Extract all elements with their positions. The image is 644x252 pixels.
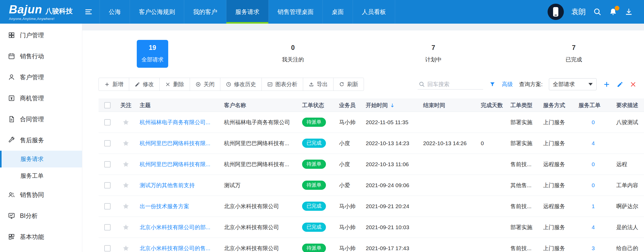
star-icon[interactable] bbox=[122, 161, 129, 168]
cell-service-method: 上门服务 bbox=[539, 112, 574, 133]
close-button[interactable]: 关闭 bbox=[190, 78, 220, 91]
sidebar-item-basic-functions[interactable]: 基本功能 bbox=[0, 226, 82, 247]
chart-analysis-button[interactable]: 图表分析 bbox=[261, 78, 303, 91]
notification-bell-icon[interactable] bbox=[609, 8, 617, 16]
column-header-select[interactable] bbox=[99, 99, 116, 112]
column-header-label: 工单状态 bbox=[302, 102, 324, 109]
table-row[interactable]: 杭州阿里巴巴网络科技有限...杭州阿里巴巴网络科技有...已完成小度2022-1… bbox=[99, 133, 644, 154]
cell-completed-days bbox=[477, 196, 506, 217]
stat-my-followed[interactable]: 0我关注的 bbox=[277, 40, 309, 68]
star-icon[interactable] bbox=[122, 203, 129, 210]
modify-history-button[interactable]: 修改历史 bbox=[220, 78, 262, 91]
service-orders-link[interactable]: 4 bbox=[592, 140, 595, 146]
subject-link[interactable]: 杭州阿里巴巴网络科技有限... bbox=[140, 161, 210, 168]
cell-select bbox=[99, 154, 116, 175]
status-badge: 待派单 bbox=[302, 181, 326, 190]
sidebar-item-contract[interactable]: 合同管理 bbox=[0, 109, 82, 130]
subject-link[interactable]: 北京小米科技有限公司的售... bbox=[140, 245, 210, 252]
star-icon[interactable] bbox=[122, 224, 129, 231]
basic-functions-icon bbox=[8, 233, 15, 240]
column-header-follow[interactable]: 关注 bbox=[116, 99, 135, 112]
star-icon[interactable] bbox=[122, 245, 129, 252]
service-orders-link[interactable]: 0 bbox=[592, 182, 595, 188]
service-orders-link[interactable]: 1 bbox=[592, 203, 595, 209]
row-checkbox[interactable] bbox=[104, 182, 111, 188]
sidebar-subitem-service-order[interactable]: 服务工单 bbox=[0, 167, 82, 184]
row-checkbox[interactable] bbox=[104, 140, 111, 146]
column-header-start-time[interactable]: 开始时间 bbox=[362, 99, 419, 112]
sidebar-item-sales-collab[interactable]: 销售协同 bbox=[0, 184, 82, 205]
sidebar-subitem-service-request[interactable]: 服务请求 bbox=[0, 151, 82, 167]
service-orders-link[interactable]: 0 bbox=[592, 119, 595, 125]
table-row[interactable]: 测试万的其他售前支持测试万待派单小爱2021-09-24 09:06其他售...… bbox=[99, 175, 644, 196]
column-header-subject[interactable]: 主题 bbox=[135, 99, 220, 112]
scheme-select[interactable]: 全部请求 bbox=[549, 78, 597, 90]
table-row[interactable]: 出一份技术服务方案北京小米科技有限公司已完成马小帅2021-09-21 20:2… bbox=[99, 196, 644, 217]
avatar[interactable] bbox=[548, 4, 564, 20]
add-scheme-icon[interactable] bbox=[603, 81, 610, 88]
table-row[interactable]: 杭州福林电子商务有限公司...杭州福林电子商务有限公司待派单马小帅2022-11… bbox=[99, 112, 644, 133]
row-checkbox[interactable] bbox=[104, 203, 111, 209]
cell-order-status: 已完成 bbox=[298, 133, 335, 154]
sidebar-item-opportunity[interactable]: 商机管理 bbox=[0, 88, 82, 109]
column-header-service-method[interactable]: 服务方式 bbox=[539, 99, 574, 112]
column-header-end-time[interactable]: 结束时间 bbox=[419, 99, 477, 112]
edit-scheme-icon[interactable] bbox=[617, 81, 623, 88]
nav-tab-my-customers[interactable]: 我的客户 bbox=[184, 0, 226, 24]
user-name[interactable]: 袁朗 bbox=[571, 7, 586, 17]
table-row[interactable]: 北京小米科技有限公司的售...北京小米科技有限公司待派单马小帅2021-09-1… bbox=[99, 238, 644, 252]
nav-tab-public-sea-rules[interactable]: 客户公海规则 bbox=[130, 0, 184, 24]
subject-link[interactable]: 杭州阿里巴巴网络科技有限... bbox=[140, 140, 210, 147]
brand-logo[interactable]: Bajun 八骏科技 Anyone,Anytime,Anywhere! bbox=[0, 0, 78, 24]
row-checkbox[interactable] bbox=[104, 119, 111, 125]
table-row[interactable]: 北京小米科技有限公司的部...北京小米科技有限公司已完成马小帅2021-09-2… bbox=[99, 217, 644, 238]
nav-tab-desktop[interactable]: 桌面 bbox=[323, 0, 353, 24]
column-header-description[interactable]: 要求描述 bbox=[612, 99, 644, 112]
subject-link[interactable]: 出一份技术服务方案 bbox=[140, 203, 189, 210]
service-orders-link[interactable]: 3 bbox=[592, 245, 595, 251]
star-icon[interactable] bbox=[122, 119, 129, 126]
column-header-customer-name[interactable]: 客户名称 bbox=[220, 99, 298, 112]
stat-in-plan[interactable]: 7计划中 bbox=[418, 40, 449, 68]
delete-scheme-icon[interactable] bbox=[630, 81, 637, 88]
add-button[interactable]: 新增 bbox=[99, 78, 129, 91]
menu-toggle-button[interactable] bbox=[78, 0, 100, 24]
export-button[interactable]: 导出 bbox=[303, 78, 334, 91]
stat-all-requests[interactable]: 19全部请求 bbox=[137, 40, 168, 68]
modify-button[interactable]: 修改 bbox=[129, 78, 160, 91]
subject-link[interactable]: 北京小米科技有限公司的部... bbox=[140, 224, 210, 231]
nav-tab-public-sea[interactable]: 公海 bbox=[100, 0, 130, 24]
nav-tab-staff-board[interactable]: 人员看板 bbox=[353, 0, 395, 24]
filter-funnel-icon[interactable] bbox=[489, 81, 495, 87]
star-icon[interactable] bbox=[122, 182, 129, 189]
search-icon[interactable] bbox=[593, 8, 602, 16]
service-orders-link[interactable]: 0 bbox=[592, 161, 595, 167]
table-row[interactable]: 杭州阿里巴巴网络科技有限...杭州阿里巴巴网络科技有...待派单小度2022-1… bbox=[99, 154, 644, 175]
stat-completed[interactable]: 7已完成 bbox=[558, 40, 590, 68]
row-checkbox[interactable] bbox=[104, 161, 111, 167]
download-icon[interactable] bbox=[625, 8, 633, 16]
column-header-salesperson[interactable]: 业务员 bbox=[335, 99, 362, 112]
advanced-filter-link[interactable]: 高级 bbox=[502, 81, 513, 88]
sidebar-item-customer[interactable]: 客户管理 bbox=[0, 67, 82, 88]
sidebar-item-after-sales[interactable]: 售后服务 bbox=[0, 130, 82, 151]
refresh-button[interactable]: 刷新 bbox=[333, 78, 364, 91]
column-header-service-orders[interactable]: 服务工单 bbox=[574, 99, 612, 112]
sidebar-item-bi-analysis[interactable]: BI分析 bbox=[0, 205, 82, 226]
star-icon[interactable] bbox=[122, 140, 129, 147]
search-input[interactable] bbox=[427, 81, 477, 87]
sidebar-item-portal[interactable]: 门户管理 bbox=[0, 25, 82, 46]
row-checkbox[interactable] bbox=[104, 224, 111, 230]
column-header-completed-days[interactable]: 完成天数 bbox=[477, 99, 506, 112]
row-checkbox[interactable] bbox=[104, 245, 111, 251]
nav-tab-sales-dashboard[interactable]: 销售管理桌面 bbox=[269, 0, 323, 24]
column-header-order-type[interactable]: 工单类型 bbox=[506, 99, 539, 112]
nav-tab-service-request[interactable]: 服务请求 bbox=[226, 0, 269, 24]
select-all-checkbox[interactable] bbox=[104, 102, 111, 108]
column-header-order-status[interactable]: 工单状态 bbox=[298, 99, 335, 112]
service-orders-link[interactable]: 4 bbox=[592, 224, 595, 230]
delete-button[interactable]: 删除 bbox=[159, 78, 190, 91]
subject-link[interactable]: 杭州福林电子商务有限公司... bbox=[140, 119, 210, 126]
subject-link[interactable]: 测试万的其他售前支持 bbox=[140, 182, 195, 189]
sidebar-item-sales-actions[interactable]: 销售行动 bbox=[0, 46, 82, 67]
